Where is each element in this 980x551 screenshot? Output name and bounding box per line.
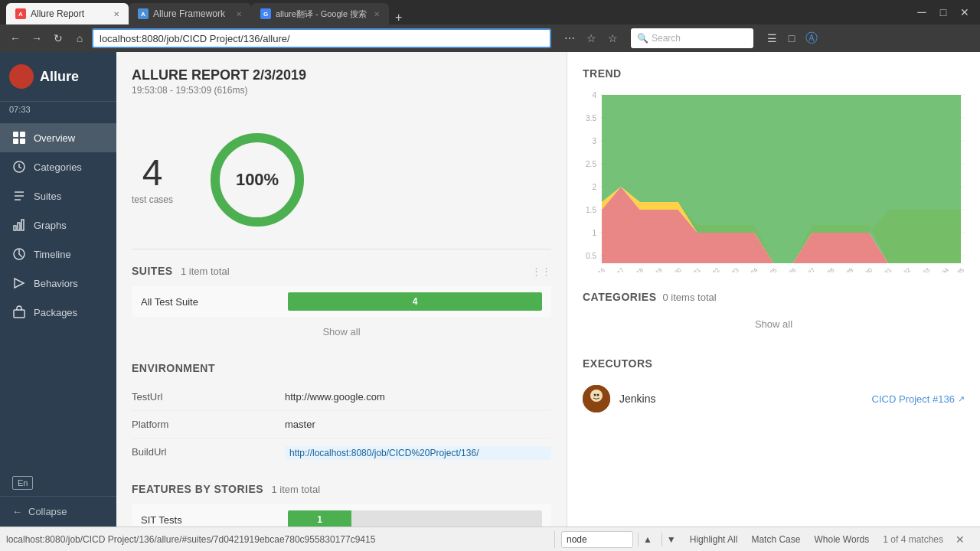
- sidebar-item-label-overview: Overview: [34, 132, 75, 144]
- close-button[interactable]: ✕: [956, 3, 974, 21]
- sidebar-item-packages[interactable]: Packages: [0, 298, 116, 327]
- svg-text:#20: #20: [671, 266, 683, 272]
- sidebar-title: Allure: [40, 69, 79, 85]
- forward-button[interactable]: →: [28, 29, 46, 47]
- pin-icon[interactable]: □: [782, 29, 801, 47]
- sidebar-header: Allure: [0, 52, 116, 102]
- sidebar-item-graphs[interactable]: Graphs: [0, 210, 116, 240]
- tab-allure-report[interactable]: A Allure Report ✕: [6, 3, 129, 24]
- new-tab-button[interactable]: +: [389, 11, 408, 24]
- collapse-label: Collapse: [28, 506, 67, 517]
- svg-text:#32: #32: [900, 266, 912, 272]
- svg-text:#25: #25: [766, 266, 779, 272]
- categories-show-all[interactable]: Show all: [583, 309, 965, 339]
- svg-text:#28: #28: [824, 266, 836, 272]
- env-val-buildurl[interactable]: http://localhost:8080/job/CICD%20Project…: [285, 446, 551, 460]
- suites-title: SUITES 1 item total: [132, 265, 230, 277]
- environment-table: TestUrl http://www.google.com Platform m…: [132, 383, 551, 468]
- suites-menu-icon[interactable]: ⋮⋮: [531, 266, 551, 277]
- reader-icon[interactable]: ☆: [582, 29, 600, 47]
- svg-rect-9: [14, 310, 24, 318]
- feature-row-1[interactable]: SIT Tests 1: [132, 504, 551, 527]
- svg-text:#17: #17: [613, 266, 626, 272]
- trend-section: TREND 4 3.5 3 2.5 2 1.5 1 0.5: [583, 67, 965, 272]
- sidebar: Allure 07:33 Overview Categories Suites: [0, 52, 116, 527]
- packages-icon: [12, 305, 26, 319]
- categories-section: CATEGORIES 0 items total Show all: [583, 291, 965, 339]
- svg-rect-0: [13, 132, 18, 137]
- behaviors-icon: [12, 276, 26, 290]
- collapse-arrow-icon: ←: [12, 506, 22, 517]
- svg-text:4: 4: [592, 91, 596, 99]
- svg-text:1.5: 1.5: [586, 206, 596, 214]
- back-button[interactable]: ←: [6, 29, 24, 47]
- suites-header: SUITES 1 item total ⋮⋮: [132, 265, 551, 277]
- find-prev-button[interactable]: ▲: [638, 533, 657, 546]
- right-panel: TREND 4 3.5 3 2.5 2 1.5 1 0.5: [567, 52, 980, 527]
- sidebar-collapse[interactable]: ← Collapse: [0, 496, 116, 527]
- sidebar-nav: Overview Categories Suites Graphs: [0, 117, 116, 470]
- extensions-icon[interactable]: ☆: [603, 29, 622, 47]
- tab-google[interactable]: G allure翻译 - Google 搜索 ✕: [251, 3, 389, 24]
- suite-bar-fill-1: 4: [288, 292, 542, 311]
- svg-text:0.5: 0.5: [586, 252, 596, 260]
- svg-text:#31: #31: [881, 266, 893, 272]
- environment-header: ENVIRONMENT: [132, 362, 551, 374]
- account-icon[interactable]: Ⓐ: [802, 29, 821, 47]
- maximize-button[interactable]: □: [934, 3, 952, 21]
- suites-show-all[interactable]: Show all: [132, 317, 551, 347]
- find-next-button[interactable]: ▼: [662, 533, 681, 546]
- svg-text:#29: #29: [843, 266, 855, 272]
- trend-title: TREND: [583, 67, 965, 80]
- address-bar[interactable]: localhost:8080/job/CICD Project/136/allu…: [92, 28, 551, 48]
- app-container: Allure 07:33 Overview Categories Suites: [0, 52, 980, 527]
- whole-words-button[interactable]: Whole Words: [809, 533, 874, 546]
- minimize-button[interactable]: ─: [913, 3, 931, 21]
- env-key-platform: Platform: [132, 419, 285, 430]
- donut-label: 100%: [236, 170, 279, 190]
- svg-text:#23: #23: [728, 266, 740, 272]
- search-bar[interactable]: 🔍 Search: [631, 28, 753, 48]
- home-button[interactable]: ⌂: [70, 29, 89, 47]
- search-placeholder: Search: [652, 33, 747, 44]
- external-link-icon: ↗: [958, 394, 965, 404]
- sidebar-item-suites[interactable]: Suites: [0, 181, 116, 210]
- browser-tabs: A Allure Report ✕ A Allure Framework ✕ G…: [6, 0, 408, 24]
- main-content: ALLURE REPORT 2/3/2019 19:53:08 - 19:53:…: [116, 52, 980, 527]
- refresh-button[interactable]: ↻: [49, 29, 67, 47]
- jenkins-avatar-svg: [583, 385, 610, 412]
- search-icon: 🔍: [637, 33, 648, 44]
- tab-close-3[interactable]: ✕: [374, 10, 380, 18]
- test-count-number: 4: [132, 155, 173, 191]
- find-input-wrap[interactable]: [561, 531, 633, 548]
- address-text: localhost:8080/job/CICD Project/136/allu…: [100, 33, 544, 44]
- sidebar-item-behaviors[interactable]: Behaviors: [0, 269, 116, 298]
- categories-count: 0 items total: [663, 292, 717, 303]
- highlight-all-button[interactable]: Highlight All: [685, 533, 743, 546]
- content-wrapper: ALLURE REPORT 2/3/2019 19:53:08 - 19:53:…: [116, 52, 980, 527]
- match-case-button[interactable]: Match Case: [746, 533, 805, 546]
- find-input[interactable]: [567, 534, 628, 545]
- suite-row-1[interactable]: All Test Suite 4: [132, 286, 551, 317]
- sidebar-item-overview[interactable]: Overview: [0, 123, 116, 152]
- sidebar-item-timeline[interactable]: Timeline: [0, 240, 116, 269]
- bookmark-icon[interactable]: ⋯: [560, 29, 579, 47]
- status-url: localhost:8080/job/CICD Project/136/allu…: [6, 534, 554, 545]
- sidebar-language[interactable]: En: [0, 470, 116, 496]
- executors-section: EXECUTORS Jenkins: [583, 357, 965, 419]
- environment-section: ENVIRONMENT TestUrl http://www.google.co…: [132, 362, 551, 468]
- tab-allure-framework[interactable]: A Allure Framework ✕: [129, 3, 251, 24]
- tab-close-2[interactable]: ✕: [236, 10, 242, 18]
- feature-bar-fill-1: 1: [288, 510, 351, 527]
- reading-list-icon[interactable]: ☰: [763, 29, 781, 47]
- categories-icon: [12, 160, 26, 174]
- tab-favicon-3: G: [260, 8, 271, 19]
- sidebar-item-categories[interactable]: Categories: [0, 152, 116, 181]
- sidebar-item-label-timeline: Timeline: [34, 249, 71, 260]
- find-close-button[interactable]: ✕: [952, 533, 968, 546]
- browser-toolbar-icons: ☰ □ Ⓐ: [763, 29, 821, 47]
- env-val-platform: master: [285, 419, 551, 430]
- executor-link-1[interactable]: CICD Project #136 ↗: [872, 393, 965, 405]
- tab-close-1[interactable]: ✕: [113, 10, 119, 18]
- executor-row-1: Jenkins CICD Project #136 ↗: [583, 379, 965, 419]
